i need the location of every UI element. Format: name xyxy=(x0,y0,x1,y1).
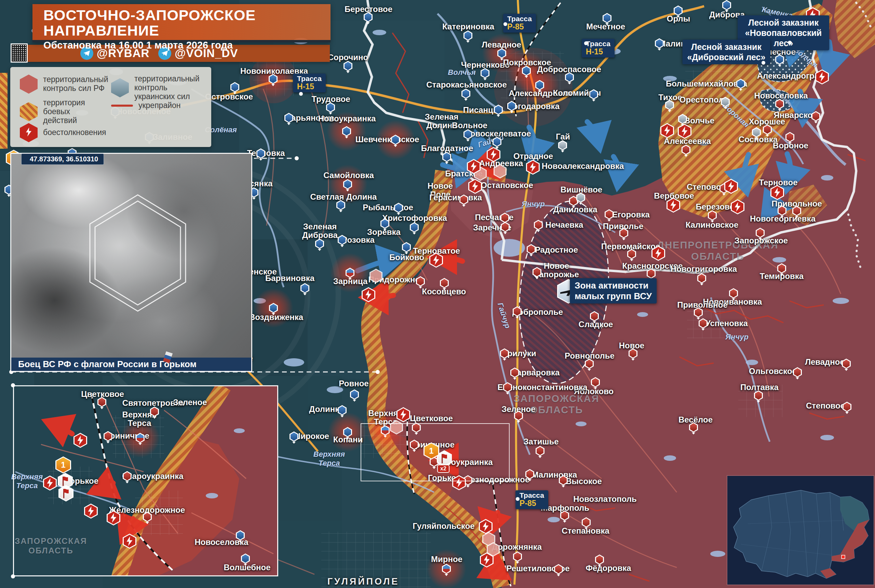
settlement-label: Новогригоровка xyxy=(671,265,737,273)
settlement-marker xyxy=(285,113,293,123)
page-title: ВОСТОЧНО-ЗАПОРОЖСКОЕ НАПРАВЛЕНИЕ xyxy=(43,8,331,38)
settlement-marker xyxy=(595,555,604,565)
settlement-marker xyxy=(343,427,352,437)
settlement-label: Цветковое xyxy=(410,414,453,423)
settlement-marker xyxy=(336,200,345,210)
legend-item-battle-zone: территория боевых действий xyxy=(20,99,105,125)
settlement-label: Гай xyxy=(556,132,570,141)
settlement-marker xyxy=(522,66,531,76)
settlement-label: Остаповское xyxy=(481,181,533,189)
clash-icon xyxy=(526,160,540,175)
settlement-marker xyxy=(461,88,470,99)
settlement-marker xyxy=(97,397,106,407)
settlement-marker xyxy=(777,263,786,273)
settlement-marker xyxy=(513,306,521,316)
clash-icon xyxy=(731,199,745,214)
clash-icon xyxy=(123,534,136,549)
settlement-label: Терновка xyxy=(247,149,285,157)
settlement-marker xyxy=(343,61,352,71)
settlement-marker xyxy=(507,101,516,111)
settlement-marker xyxy=(459,195,468,205)
settlement-marker xyxy=(532,267,541,277)
settlement-marker xyxy=(756,228,765,238)
settlement-marker xyxy=(689,422,698,432)
settlement-marker xyxy=(289,431,298,442)
city-label: ГУЛЯЙПОЛЕ xyxy=(327,577,400,586)
settlement-label: Бойково xyxy=(389,253,424,261)
inset-source-rectangle xyxy=(361,423,509,482)
settlement-label: Затишье xyxy=(524,437,559,446)
settlement-marker xyxy=(381,219,389,229)
clash-icon xyxy=(362,287,375,302)
photo-image xyxy=(11,154,251,358)
river-label: Янчур xyxy=(521,200,545,208)
settlement-marker xyxy=(136,433,145,443)
settlement-marker xyxy=(736,79,745,89)
settlement-marker xyxy=(494,105,503,115)
settlement-marker xyxy=(655,38,664,48)
forest-reserve-callout: Лесной заказник «Дибровский лес» xyxy=(683,40,770,64)
settlement-marker xyxy=(510,368,519,378)
clash-icon xyxy=(667,198,680,213)
road-badge-dot xyxy=(503,22,507,26)
settlement-marker xyxy=(582,517,590,528)
clash-icon xyxy=(479,519,493,534)
road-badge-dot xyxy=(584,41,588,45)
settlement-label: Сорочино xyxy=(328,53,369,62)
settlement-marker xyxy=(674,6,683,16)
settlement-marker xyxy=(678,114,687,124)
settlement-label: Фёдоровка xyxy=(586,564,631,572)
legend-item-fortified-area: укрепрайон xyxy=(111,101,207,110)
settlement-marker xyxy=(513,551,522,562)
river-label: Янчур xyxy=(725,333,749,342)
settlement-marker xyxy=(326,102,335,112)
settlement-label: Барвиновка xyxy=(265,274,315,282)
ukraine-minimap xyxy=(727,476,874,585)
settlement-marker xyxy=(602,13,611,23)
settlement-label: Высокое xyxy=(566,477,602,486)
settlement-marker xyxy=(500,348,509,358)
settlement-marker xyxy=(585,358,594,369)
settlement-marker xyxy=(269,303,278,313)
settlement-marker xyxy=(527,244,536,254)
settlement-label: Розовка xyxy=(342,236,375,244)
settlement-label: Гуляйпольское xyxy=(412,522,474,530)
ua-hexagon-icon xyxy=(111,78,129,98)
settlement-label: Благодатное xyxy=(421,144,473,153)
settlement-marker xyxy=(534,220,543,230)
settlement-label: Островское xyxy=(205,92,253,101)
legend-item-ua-control: территориальный контроль украинских сил xyxy=(111,75,207,101)
legend-item-rf-control: территориальный контроль сил РФ xyxy=(20,75,105,94)
river-label: Верхняя Терса xyxy=(313,450,345,468)
clash-bolt-icon xyxy=(20,123,37,142)
settlement-marker xyxy=(463,129,472,140)
road-badge: ТрассаР-85 xyxy=(515,490,548,509)
settlement-marker xyxy=(590,311,599,321)
legend-item-clashes: боестолкновения xyxy=(20,123,129,142)
region-label: ЗАПОРОЖСКАЯ ОБЛАСТЬ xyxy=(513,393,599,416)
map-poster: БерестовоеСорочиноНовониколаевкаОстровск… xyxy=(0,0,875,588)
settlement-label: Вольное xyxy=(452,121,487,130)
region-label: ЗАПОРОЖСКАЯ ОБЛАСТЬ xyxy=(15,536,87,555)
settlement-label: Январское xyxy=(773,111,817,119)
settlement-marker xyxy=(503,382,512,393)
settlement-label: Новоалександровка xyxy=(542,162,624,170)
settlement-label: Святопетровка xyxy=(122,399,184,407)
photo-caption: Боец ВС РФ с флагом России в Горьком xyxy=(11,358,251,371)
road-badge-dot xyxy=(299,92,303,96)
settlement-marker xyxy=(754,390,763,400)
settlement-label: Радостное xyxy=(535,246,578,254)
settlement-marker xyxy=(442,564,451,574)
settlement-marker xyxy=(778,206,787,216)
settlement-label: Зеленая Долина xyxy=(425,112,459,130)
settlement-marker xyxy=(793,367,802,377)
clash-icon xyxy=(770,185,784,200)
vsu-activity-callout: Зона активности малых групп ВСУ xyxy=(570,278,656,304)
settlement-marker xyxy=(236,530,245,540)
settlement-label: Герасимовка xyxy=(429,193,482,202)
fortified-line-icon xyxy=(111,105,133,106)
flag-captured-icon xyxy=(58,485,73,501)
settlement-label: Егоровка xyxy=(612,210,650,219)
settlement-marker xyxy=(785,132,794,142)
settlement-marker xyxy=(300,283,309,293)
